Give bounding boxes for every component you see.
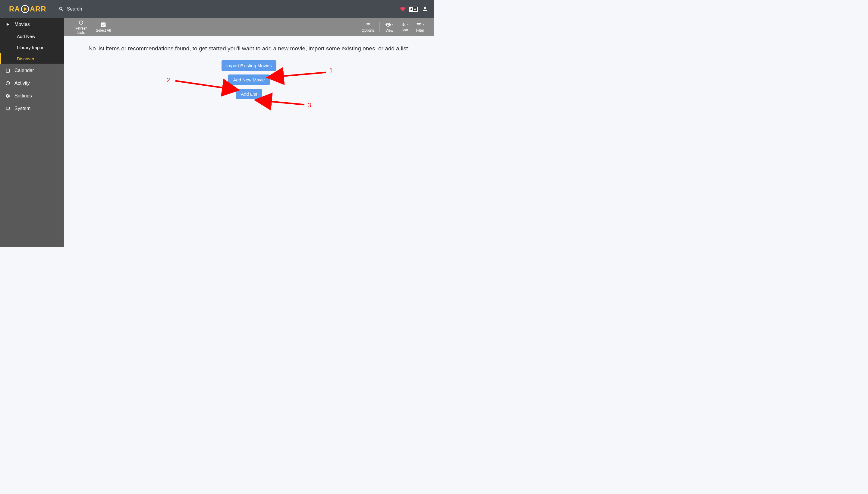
- search-container: [58, 5, 127, 13]
- sidebar: Movies Add New Library Import Discover C…: [0, 18, 64, 247]
- sidebar-item-label: Discover: [17, 56, 34, 61]
- eye-icon: [385, 22, 391, 28]
- sidebar-item-settings[interactable]: Settings: [0, 90, 64, 102]
- annotation-overlay: [64, 36, 434, 187]
- main-area: Refresh Lists Select All Options ▾ View: [64, 18, 434, 247]
- sidebar-item-label: Calendar: [15, 68, 34, 73]
- user-icon[interactable]: [422, 6, 428, 12]
- calendar-icon: [5, 68, 10, 73]
- logo-text-left: RA: [9, 5, 20, 13]
- sidebar-item-label: Library Import: [17, 45, 45, 50]
- tool-label: Options: [362, 28, 374, 33]
- options-button[interactable]: Options: [358, 18, 378, 36]
- tool-label: Filter: [416, 28, 425, 33]
- chevron-down-icon: ▾: [392, 23, 394, 26]
- search-input[interactable]: [67, 5, 127, 13]
- import-existing-button[interactable]: Import Existing Movies: [221, 60, 277, 71]
- sidebar-item-label: Movies: [15, 22, 30, 27]
- action-buttons: Import Existing Movies Add New Movie Add…: [79, 60, 419, 99]
- view-button[interactable]: ▾ View: [381, 18, 397, 36]
- sidebar-item-label: Settings: [15, 93, 32, 99]
- search-icon: [58, 6, 64, 12]
- topbar-right: A ★: [400, 6, 428, 12]
- filter-icon: [416, 22, 422, 28]
- select-all-button[interactable]: Select All: [92, 18, 114, 36]
- svg-marker-2: [7, 23, 9, 26]
- sidebar-item-activity[interactable]: Activity: [0, 77, 64, 90]
- sidebar-item-movies[interactable]: Movies: [0, 18, 64, 31]
- toolbar: Refresh Lists Select All Options ▾ View: [64, 18, 434, 36]
- add-list-button[interactable]: Add List: [236, 89, 262, 99]
- tool-label: Sort: [401, 28, 408, 32]
- sidebar-item-system[interactable]: System: [0, 102, 64, 115]
- svg-line-8: [269, 101, 304, 104]
- tool-label: View: [386, 28, 393, 33]
- sidebar-item-discover[interactable]: Discover: [0, 53, 64, 64]
- annotation-label-3: 3: [308, 101, 311, 109]
- app-logo[interactable]: RA ARR: [9, 5, 46, 13]
- tool-label: Refresh Lists: [74, 26, 88, 35]
- sidebar-item-label: Add New: [17, 34, 35, 39]
- divider: [379, 22, 380, 32]
- sidebar-item-label: System: [15, 106, 31, 111]
- logo-text-right: ARR: [30, 5, 46, 13]
- refresh-lists-button[interactable]: Refresh Lists: [70, 18, 92, 36]
- language-badge[interactable]: A ★: [409, 7, 418, 12]
- chevron-down-icon: ▾: [423, 23, 425, 26]
- laptop-icon: [5, 106, 10, 111]
- sidebar-item-label: Activity: [15, 80, 30, 86]
- sort-icon: [401, 22, 406, 27]
- add-new-movie-button[interactable]: Add New Movie: [228, 75, 270, 85]
- heart-icon[interactable]: [400, 6, 406, 12]
- sidebar-item-calendar[interactable]: Calendar: [0, 64, 64, 77]
- play-logo-icon: [21, 5, 29, 13]
- list-icon: [365, 22, 371, 28]
- content-area: No list items or recommendations found, …: [64, 36, 434, 247]
- svg-rect-4: [6, 107, 9, 109]
- clock-icon: [5, 81, 10, 86]
- sidebar-item-add-new[interactable]: Add New: [0, 31, 64, 42]
- svg-marker-1: [24, 7, 27, 11]
- gears-icon: [5, 94, 10, 98]
- empty-state-message: No list items or recommendations found, …: [79, 45, 419, 52]
- filter-button[interactable]: ▾ Filter: [412, 18, 428, 36]
- chevron-down-icon: ▾: [407, 23, 409, 26]
- tool-label: Select All: [96, 28, 111, 33]
- top-bar: RA ARR A ★: [0, 0, 434, 18]
- refresh-icon: [78, 20, 84, 26]
- sort-button[interactable]: ▾ Sort: [397, 18, 412, 36]
- sidebar-item-library-import[interactable]: Library Import: [0, 42, 64, 53]
- checkbox-icon: [100, 22, 106, 28]
- play-icon: [5, 22, 10, 26]
